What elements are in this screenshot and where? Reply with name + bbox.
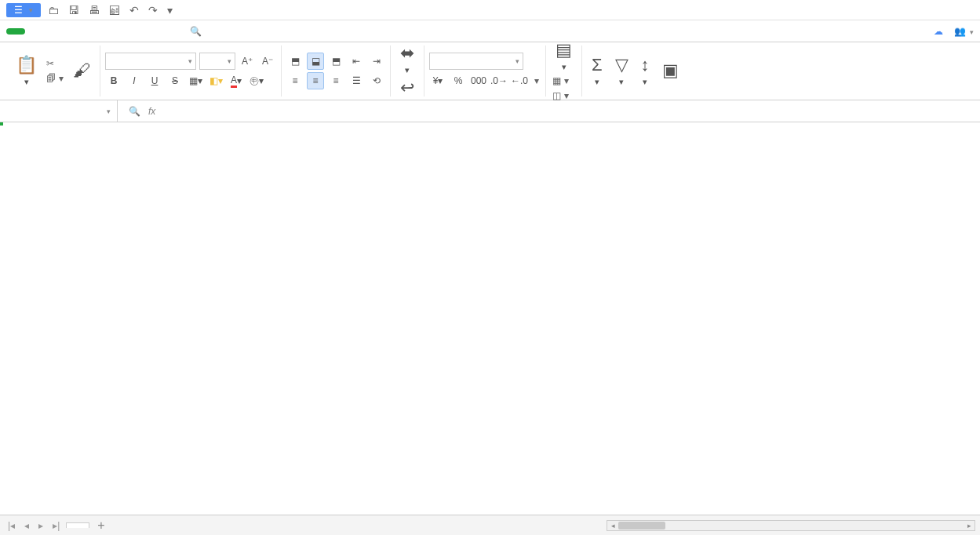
strike-icon[interactable]: S — [166, 72, 184, 89]
sum-button[interactable]: Σ ▾ — [587, 55, 607, 87]
name-box[interactable]: ▾ — [0, 100, 118, 122]
tab-member[interactable] — [169, 28, 188, 35]
phonetic-icon[interactable]: ㊥▾ — [248, 72, 265, 89]
fill-color-icon[interactable]: ◧▾ — [207, 72, 224, 89]
sheet-tab[interactable] — [66, 522, 89, 528]
sheet-nav-prev[interactable]: ◂ — [21, 520, 32, 531]
type-convert-button[interactable]: ▾ — [531, 75, 541, 87]
align-center-icon[interactable]: ≡ — [307, 72, 324, 89]
increase-font-icon[interactable]: A⁺ — [239, 53, 256, 70]
sort-button[interactable]: ↕ ▾ — [636, 55, 654, 87]
table-style-button[interactable]: ▦ ▾ — [551, 75, 577, 87]
percent-icon[interactable]: % — [450, 72, 467, 89]
align-top-icon[interactable]: ⬒ — [286, 53, 304, 70]
font-color-icon[interactable]: A▾ — [228, 72, 245, 89]
align-middle-icon[interactable]: ⬓ — [307, 53, 324, 70]
wrap-text-button[interactable]: ↩ — [395, 78, 419, 100]
horizontal-scrollbar[interactable]: ◂ ▸ — [607, 520, 975, 531]
command-search[interactable]: 🔍 — [190, 26, 202, 37]
qat-more-icon[interactable]: ▾ — [165, 4, 175, 16]
underline-icon[interactable]: U — [146, 72, 163, 89]
decrease-font-icon[interactable]: A⁻ — [259, 53, 276, 70]
file-menu-button[interactable]: ☰ ▾ — [6, 3, 41, 17]
filter-button[interactable]: ▽ ▾ — [610, 55, 633, 87]
border-icon[interactable]: ▦▾ — [187, 72, 204, 89]
zoom-icon[interactable]: 🔍 — [129, 106, 140, 117]
scrollbar-thumb[interactable] — [618, 522, 665, 530]
qat-preview-icon[interactable]: 🗟 — [107, 4, 122, 16]
tab-dev[interactable] — [149, 28, 168, 35]
cut-button[interactable]: ✂ — [45, 57, 65, 70]
add-sheet-button[interactable]: + — [93, 519, 109, 533]
sheet-tab-bar: |◂ ◂ ▸ ▸| + ◂ ▸ — [0, 515, 980, 535]
sheet-nav-next[interactable]: ▸ — [35, 520, 46, 531]
conditional-format-button[interactable]: ▤ ▾ — [551, 40, 577, 72]
distribute-icon[interactable]: ☰ — [348, 72, 365, 89]
tab-formula[interactable] — [67, 28, 86, 35]
tab-layout[interactable] — [47, 28, 66, 35]
sheet-nav-first[interactable]: |◂ — [5, 520, 18, 531]
quick-access-toolbar: ☰ ▾ 🗀 🖫 🖶 🗟 ↶ ↷ ▾ — [0, 0, 980, 20]
name-box-input[interactable] — [6, 105, 85, 118]
qat-undo-icon[interactable]: ↶ — [127, 4, 141, 16]
sheet-nav-last[interactable]: ▸| — [49, 520, 63, 531]
paste-button[interactable]: 📋 ▾ — [11, 55, 42, 87]
ribbon: 📋 ▾ ✂ 🗐 ▾ 🖌 ▾ ▾ A⁺ A⁻ B I U S ▦▾ ◧▾ A▾ ㊥… — [0, 42, 980, 100]
align-right-icon[interactable]: ≡ — [327, 72, 344, 89]
qat-open-icon[interactable]: 🗀 — [46, 4, 61, 16]
format-painter-button[interactable]: 🖌 — [68, 60, 95, 82]
fx-icon[interactable]: fx — [148, 106, 155, 117]
tab-insert[interactable] — [27, 28, 46, 35]
qat-print-icon[interactable]: 🖶 — [86, 4, 102, 16]
tab-start[interactable] — [6, 28, 25, 35]
align-bottom-icon[interactable]: ⬒ — [327, 53, 344, 70]
bold-icon[interactable]: B — [105, 72, 122, 89]
coop-button[interactable]: 👥 ▾ — [954, 26, 974, 37]
font-combo[interactable]: ▾ — [105, 53, 196, 70]
indent-left-icon[interactable]: ⇤ — [348, 53, 365, 70]
font-size-combo[interactable]: ▾ — [199, 53, 235, 70]
cell-style-button[interactable]: ◫ ▾ — [551, 89, 577, 102]
orientation-icon[interactable]: ⟲ — [368, 72, 385, 89]
tab-review[interactable] — [108, 28, 127, 35]
sync-button[interactable]: ☁ — [934, 26, 943, 37]
merge-center-button[interactable]: ⬌ ▾ — [395, 43, 419, 75]
qat-redo-icon[interactable]: ↷ — [146, 4, 160, 16]
align-left-icon[interactable]: ≡ — [286, 72, 304, 89]
number-format-combo[interactable]: ▾ — [429, 53, 523, 70]
italic-icon[interactable]: I — [126, 72, 143, 89]
copy-button[interactable]: 🗐 ▾ — [45, 72, 65, 85]
tab-view[interactable] — [129, 28, 148, 35]
ribbon-tabs: 🔍 ☁ 👥 ▾ — [0, 20, 980, 42]
spreadsheet-grid[interactable] — [0, 122, 980, 515]
decrease-decimal-icon[interactable]: ←.0 — [511, 72, 528, 89]
increase-decimal-icon[interactable]: .0→ — [490, 72, 508, 89]
qat-save-icon[interactable]: 🖫 — [66, 4, 82, 16]
currency-icon[interactable]: ¥▾ — [429, 72, 446, 89]
formula-bar: ▾ 🔍 fx — [0, 100, 980, 122]
fill-button[interactable]: ▣ — [658, 60, 683, 82]
tab-data[interactable] — [88, 28, 107, 35]
comma-icon[interactable]: 000 — [470, 72, 487, 89]
indent-right-icon[interactable]: ⇥ — [368, 53, 385, 70]
